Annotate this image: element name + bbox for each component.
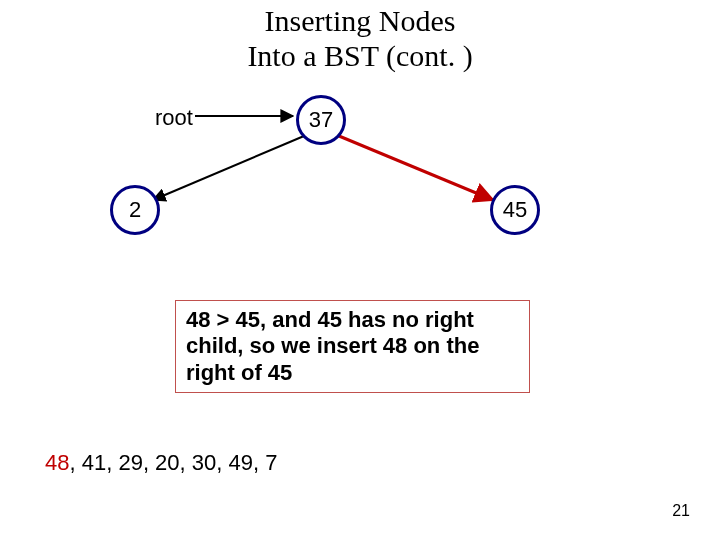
root-label: root <box>155 105 193 131</box>
insert-sequence: 48, 41, 29, 20, 30, 49, 7 <box>45 450 277 476</box>
right-edge <box>339 136 493 200</box>
title-line-2: Into a BST (cont. ) <box>247 39 472 72</box>
title-line-1: Inserting Nodes <box>265 4 456 37</box>
page-number: 21 <box>672 502 690 520</box>
left-edge <box>153 136 304 200</box>
node-left: 2 <box>110 185 160 235</box>
node-root: 37 <box>296 95 346 145</box>
slide-title: Inserting Nodes Into a BST (cont. ) <box>0 4 720 73</box>
insert-sequence-current: 48 <box>45 450 69 475</box>
explanation-box: 48 > 45, and 45 has no right child, so w… <box>175 300 530 393</box>
insert-sequence-rest: , 41, 29, 20, 30, 49, 7 <box>69 450 277 475</box>
node-right: 45 <box>490 185 540 235</box>
